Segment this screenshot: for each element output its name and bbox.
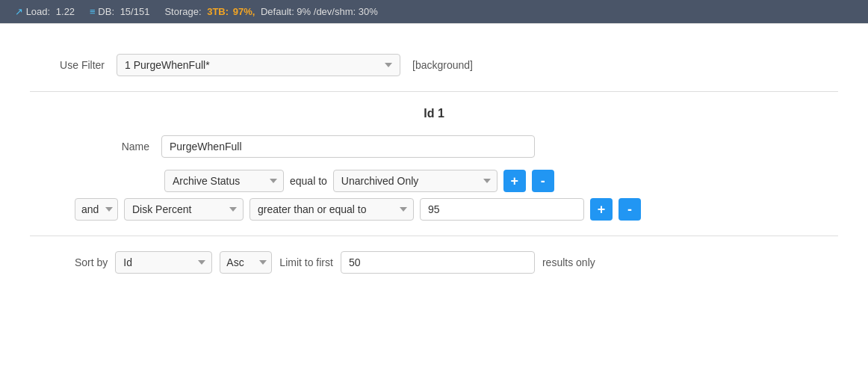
sort-dir-select[interactable]: Asc Desc bbox=[220, 251, 272, 274]
conditions-area: Archive Status equal to Unarchived Only … bbox=[30, 170, 838, 221]
use-filter-label: Use Filter bbox=[30, 59, 105, 71]
storage-label: Storage: bbox=[164, 6, 201, 17]
conjunction-select-2[interactable]: and or bbox=[75, 198, 118, 221]
filter-section: Id 1 Name Archive Status equal to Unarch… bbox=[30, 92, 838, 235]
condition-row-2: and or Disk Percent greater than or equa… bbox=[30, 198, 838, 221]
filter-select[interactable]: 1 PurgeWhenFull* bbox=[117, 54, 400, 76]
value-input-2[interactable] bbox=[420, 198, 584, 221]
storage-size: 3TB: bbox=[207, 6, 229, 17]
db-icon: ≡ bbox=[90, 6, 96, 17]
add-condition-button-2[interactable]: + bbox=[590, 198, 613, 221]
operator-select-2[interactable]: greater than or equal to equal to less t… bbox=[249, 198, 414, 221]
load-value: 1.22 bbox=[56, 6, 75, 17]
condition-row-1: Archive Status equal to Unarchived Only … bbox=[30, 170, 838, 192]
storage-rest: Default: 9% /dev/shm: 30% bbox=[261, 6, 378, 17]
sort-limit-row: Sort by Id Name Asc Desc Limit to first … bbox=[30, 236, 838, 289]
limit-input[interactable] bbox=[341, 251, 535, 274]
sort-label: Sort by bbox=[75, 256, 108, 268]
filter-title: Id 1 bbox=[30, 107, 838, 120]
db-value: 15/151 bbox=[120, 6, 150, 17]
remove-condition-button-1[interactable]: - bbox=[532, 170, 554, 192]
results-only-text: results only bbox=[542, 256, 595, 268]
operator-text-1: equal to bbox=[290, 175, 327, 187]
value-select-1[interactable]: Unarchived Only bbox=[333, 170, 497, 192]
load-label: Load: bbox=[26, 6, 51, 17]
storage-pct: 97%, bbox=[233, 6, 255, 17]
name-label: Name bbox=[75, 141, 149, 153]
name-row: Name bbox=[30, 135, 838, 158]
remove-condition-button-2[interactable]: - bbox=[619, 198, 641, 221]
limit-label: Limit to first bbox=[279, 256, 333, 268]
sort-field-select[interactable]: Id Name bbox=[115, 251, 212, 274]
use-filter-row: Use Filter 1 PurgeWhenFull* [background] bbox=[30, 39, 838, 91]
status-bar: ↗ Load: 1.22 ≡ DB: 15/151 Storage: 3TB: … bbox=[0, 0, 868, 23]
field-type-select-2[interactable]: Disk Percent bbox=[124, 198, 244, 221]
db-indicator: ≡ DB: 15/151 bbox=[90, 6, 149, 17]
storage-indicator: Storage: 3TB: 97%, Default: 9% /dev/shm:… bbox=[164, 6, 377, 17]
main-content: Use Filter 1 PurgeWhenFull* [background]… bbox=[0, 24, 868, 304]
db-label: DB: bbox=[98, 6, 114, 17]
field-type-select-1[interactable]: Archive Status bbox=[164, 170, 284, 192]
load-indicator: ↗ Load: 1.22 bbox=[15, 6, 75, 17]
trend-icon: ↗ bbox=[15, 6, 23, 17]
add-condition-button-1[interactable]: + bbox=[503, 170, 526, 192]
background-tag: [background] bbox=[412, 59, 473, 71]
name-input[interactable] bbox=[161, 135, 535, 158]
